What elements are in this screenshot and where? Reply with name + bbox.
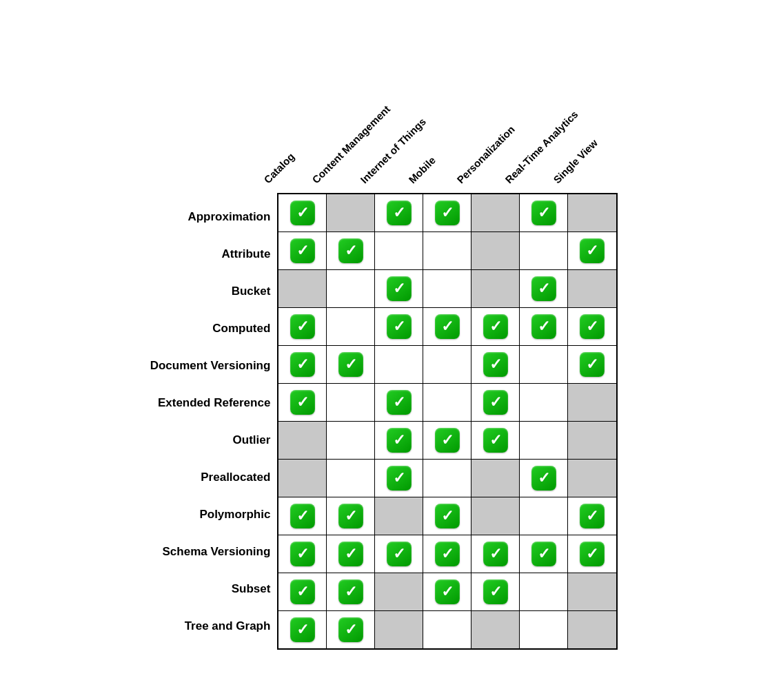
grid-cell-1-3 xyxy=(423,232,471,269)
grid-cell-5-3 xyxy=(423,384,471,421)
grid-cell-6-1 xyxy=(327,422,375,459)
grid-cell-4-3 xyxy=(423,346,471,383)
grid-cell-10-5 xyxy=(520,573,568,610)
grid-row-1: ✓✓✓ xyxy=(278,232,616,270)
grid-cell-2-4 xyxy=(471,270,520,307)
checkmark-icon: ✓ xyxy=(435,314,460,339)
row-label-1: Attribute xyxy=(150,236,278,273)
grid-cell-9-3: ✓ xyxy=(423,535,471,573)
grid-cell-0-3: ✓ xyxy=(423,194,471,231)
checkmark-icon: ✓ xyxy=(290,238,315,263)
checkmark-icon: ✓ xyxy=(483,314,508,339)
main-content: ApproximationAttributeBucketComputedDocu… xyxy=(143,41,618,650)
grid-row-7: ✓✓ xyxy=(278,460,616,497)
row-label-7: Preallocated xyxy=(150,459,278,496)
grid-cell-5-2: ✓ xyxy=(375,384,423,421)
grid-cell-4-6: ✓ xyxy=(568,346,616,383)
grid-cell-2-3 xyxy=(423,270,471,307)
grid-cell-4-2 xyxy=(375,346,423,383)
checkmark-icon: ✓ xyxy=(338,617,363,642)
grid-cell-0-5: ✓ xyxy=(520,194,568,231)
checkmark-icon: ✓ xyxy=(435,579,460,604)
grid-cell-0-1 xyxy=(327,194,375,231)
grid-cell-5-4: ✓ xyxy=(471,384,520,421)
checkmark-icon: ✓ xyxy=(338,542,363,566)
row-label-6: Outlier xyxy=(150,422,278,459)
grid-cell-3-1 xyxy=(327,308,375,345)
grid-row-6: ✓✓✓ xyxy=(278,422,616,460)
grid-cell-2-2: ✓ xyxy=(375,270,423,307)
checkmark-icon: ✓ xyxy=(483,428,508,453)
row-label-5: Extended Reference xyxy=(150,384,278,422)
grid-cell-8-1: ✓ xyxy=(327,497,375,535)
checkmark-icon: ✓ xyxy=(290,390,315,415)
grid-cell-9-2: ✓ xyxy=(375,535,423,573)
checkmark-icon: ✓ xyxy=(483,390,508,415)
grid-cell-7-3 xyxy=(423,460,471,497)
grid-cell-4-5 xyxy=(520,346,568,383)
grid-cell-3-2: ✓ xyxy=(375,308,423,345)
grid-cell-0-6 xyxy=(568,194,616,231)
grid-cell-2-1 xyxy=(327,270,375,307)
grid-cell-11-5 xyxy=(520,611,568,648)
grid-cell-2-6 xyxy=(568,270,616,307)
checkmark-icon: ✓ xyxy=(338,352,363,377)
grid-row-11: ✓✓ xyxy=(278,611,616,648)
row-label-0: Approximation xyxy=(150,198,278,236)
grid-row-5: ✓✓✓ xyxy=(278,384,616,422)
page-container: ApproximationAttributeBucketComputedDocu… xyxy=(0,0,761,700)
grid-row-9: ✓✓✓✓✓✓✓ xyxy=(278,535,616,573)
grid-cell-11-1: ✓ xyxy=(327,611,375,648)
checkmark-icon: ✓ xyxy=(338,238,363,263)
grid-cell-7-5: ✓ xyxy=(520,460,568,497)
checkmark-icon: ✓ xyxy=(387,200,412,225)
checkmark-icon: ✓ xyxy=(435,542,460,566)
row-label-2: Bucket xyxy=(150,273,278,310)
grid-cell-9-6: ✓ xyxy=(568,535,616,573)
grid-cell-6-3: ✓ xyxy=(423,422,471,459)
grid-cell-1-4 xyxy=(471,232,520,269)
checkmark-icon: ✓ xyxy=(483,542,508,566)
grid-cell-4-4: ✓ xyxy=(471,346,520,383)
checkmark-icon: ✓ xyxy=(531,314,556,339)
grid-cell-0-4 xyxy=(471,194,520,231)
checkmark-icon: ✓ xyxy=(338,579,363,604)
grid-cell-8-4 xyxy=(471,497,520,535)
grid-cell-8-5 xyxy=(520,497,568,535)
checkmark-icon: ✓ xyxy=(290,352,315,377)
checkmark-icon: ✓ xyxy=(290,579,315,604)
grid-cell-11-6 xyxy=(568,611,616,648)
grid-row-2: ✓✓ xyxy=(278,270,616,308)
grid-cell-10-4: ✓ xyxy=(471,573,520,610)
checkmark-icon: ✓ xyxy=(435,428,460,453)
grid-cell-7-2: ✓ xyxy=(375,460,423,497)
checkmark-icon: ✓ xyxy=(435,504,460,528)
grid-cell-8-6: ✓ xyxy=(568,497,616,535)
grid-cell-6-5 xyxy=(520,422,568,459)
grid-cell-7-4 xyxy=(471,460,520,497)
checkmark-icon: ✓ xyxy=(531,200,556,225)
grid-cell-10-6 xyxy=(568,573,616,610)
grid-cell-11-3 xyxy=(423,611,471,648)
row-label-9: Schema Versioning xyxy=(150,533,278,570)
grid-cell-11-0: ✓ xyxy=(278,611,327,648)
checkmark-icon: ✓ xyxy=(290,504,315,528)
checkmark-icon: ✓ xyxy=(483,352,508,377)
grid-cell-0-2: ✓ xyxy=(375,194,423,231)
checkmark-icon: ✓ xyxy=(580,504,605,528)
grid-cell-3-5: ✓ xyxy=(520,308,568,345)
checkmark-icon: ✓ xyxy=(435,200,460,225)
grid-cell-7-0 xyxy=(278,460,327,497)
grid-cell-8-0: ✓ xyxy=(278,497,327,535)
grid-cell-8-2 xyxy=(375,497,423,535)
grid-cell-10-0: ✓ xyxy=(278,573,327,610)
grid-cell-5-6 xyxy=(568,384,616,421)
checkmark-icon: ✓ xyxy=(387,542,412,566)
grid-row-8: ✓✓✓✓ xyxy=(278,497,616,535)
grid-cell-11-2 xyxy=(375,611,423,648)
checkmark-icon: ✓ xyxy=(531,542,556,566)
grid-body: ✓✓✓✓✓✓✓✓✓✓✓✓✓✓✓✓✓✓✓✓✓✓✓✓✓✓✓✓✓✓✓✓✓✓✓✓✓✓✓✓… xyxy=(277,193,618,650)
grid-cell-9-1: ✓ xyxy=(327,535,375,573)
col-headers: CatalogContent ManagementInternet of Thi… xyxy=(277,41,618,193)
checkmark-icon: ✓ xyxy=(387,390,412,415)
